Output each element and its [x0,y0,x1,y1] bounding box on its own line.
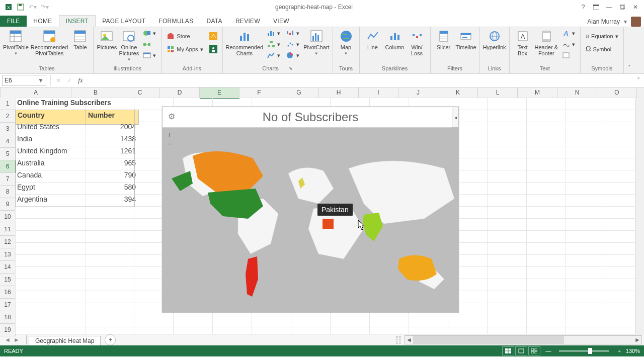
row-header-16[interactable]: 16 [0,286,16,299]
row-header-3[interactable]: 3 [0,123,16,135]
hierarchy-chart-button[interactable]: ▾ [265,39,282,49]
signature-button[interactable]: ▾ [560,39,577,49]
country-argentina[interactable] [246,256,258,297]
people-graph-button[interactable] [207,44,219,54]
column-header-G[interactable]: G [279,87,319,98]
wordart-button[interactable]: A▾ [560,28,577,38]
row-header-11[interactable]: 11 [0,223,16,236]
name-box[interactable]: E6▼ [2,75,46,86]
sheet-tab-active[interactable]: Geographic Heat Map [29,336,101,345]
row-header-9[interactable]: 9 [0,198,16,211]
tab-data[interactable]: DATA [200,16,228,27]
zoom-slider[interactable] [559,350,609,352]
row-header-1[interactable]: 1 [0,98,16,110]
pivotchart-button[interactable]: PivotChart▼ [303,28,329,56]
column-header-J[interactable]: J [398,87,438,98]
smartart-button[interactable] [141,39,158,49]
tab-home[interactable]: HOME [27,16,58,27]
row-header-10[interactable]: 10 [0,211,16,223]
sparkline-column-button[interactable]: Column [385,28,405,50]
avatar[interactable] [631,17,641,27]
bing-maps-button[interactable] [207,31,219,41]
world-map[interactable] [163,128,458,312]
prev-sheet-button[interactable]: ◄ [3,336,12,343]
sparkline-winloss-button[interactable]: Win/ Loss [407,28,427,56]
pie-chart-button[interactable]: ▾ [284,50,301,60]
timeline-button[interactable]: Timeline [456,28,476,50]
country-usa-alaska[interactable] [172,171,193,191]
tab-formulas[interactable]: FORMULAS [152,16,200,27]
row-header-5[interactable]: 5 [0,148,16,160]
recommended-pivottables-button[interactable]: Recommended PivotTables [31,28,68,56]
spreadsheet-grid[interactable]: ABCDEFGHIJKLMNO 123456789101112131415161… [0,87,644,334]
collapse-ribbon-button[interactable]: ˄ [624,27,635,73]
expand-formula-bar-button[interactable]: ˅ [633,77,644,84]
textbox-button[interactable]: AText Box [513,28,533,56]
column-header-N[interactable]: N [557,87,597,98]
table-button[interactable]: Table [70,28,90,50]
recommended-charts-button[interactable]: Recommended Charts [226,28,264,56]
cell-A9[interactable]: Argentina [15,194,90,208]
tab-page-layout[interactable]: PAGE LAYOUT [96,16,152,27]
zoom-out-button[interactable]: — [545,348,551,354]
symbol-button[interactable]: Ω Symbol [584,44,620,54]
column-header-O[interactable]: O [597,87,637,98]
column-header-F[interactable]: F [239,87,279,98]
row-header-12[interactable]: 12 [0,236,16,248]
row-header-7[interactable]: 7 [0,173,16,186]
country-india[interactable] [363,213,383,241]
zoom-in-button[interactable]: + [617,348,620,354]
slicer-button[interactable]: Slicer [434,28,454,50]
shapes-button[interactable]: ▾ [141,28,158,38]
header-footer-button[interactable]: Header & Footer [535,28,558,56]
my-apps-button[interactable]: My Apps ▾ [165,44,205,54]
country-egypt[interactable] [323,219,334,229]
close-button[interactable]: ✕ [630,2,641,12]
column-header-A[interactable]: A [1,87,71,98]
map-settings-button[interactable]: ⚙ [167,111,177,121]
tab-review[interactable]: REVIEW [229,16,267,27]
column-chart-button[interactable]: ▾ [265,28,282,38]
tab-insert[interactable]: INSERT [59,15,96,27]
new-sheet-button[interactable]: + [105,334,116,345]
column-header-L[interactable]: L [478,87,518,98]
row-header-19[interactable]: 19 [0,324,16,336]
geographic-heat-map-addin[interactable]: ⚙No of Subscribers◂+−Pakistan [162,107,459,313]
column-header-M[interactable]: M [518,87,557,98]
column-header-D[interactable]: D [160,87,200,98]
zoom-level[interactable]: 130% [626,348,640,354]
redo-button[interactable]: ↷▾ [39,2,50,13]
pivottable-button[interactable]: PivotTable▼ [3,28,29,56]
cell-B9[interactable]: 394 [86,194,138,208]
online-pictures-button[interactable]: Online Pictures▼ [119,28,139,62]
country-australia[interactable] [398,255,437,281]
object-button[interactable] [560,50,577,60]
row-header-15[interactable]: 15 [0,274,16,286]
minimize-button[interactable]: — [604,2,615,12]
next-sheet-button[interactable]: ► [12,336,21,343]
screenshot-button[interactable]: ▾ [141,50,158,60]
horizontal-scrollbar[interactable]: ◄► [405,335,642,344]
pictures-button[interactable]: Pictures [97,28,117,50]
page-layout-view-button[interactable] [515,346,527,355]
normal-view-button[interactable] [502,346,514,355]
equation-button[interactable]: π Equation ▾ [584,31,620,41]
column-header-B[interactable]: B [71,87,120,98]
formula-input[interactable] [86,75,633,85]
row-header-6[interactable]: 6 [0,160,16,173]
vertical-scrollbar[interactable] [635,87,644,334]
row-header-4[interactable]: 4 [0,135,16,148]
undo-button[interactable]: ↶▾ [27,2,38,13]
file-tab[interactable]: FILE [0,16,27,27]
ribbon-display-icon[interactable] [591,2,602,12]
map-zoom-in-button[interactable]: + [166,131,174,139]
map-button[interactable]: Map▼ [336,28,356,56]
help-button[interactable]: ? [578,2,589,12]
row-header-13[interactable]: 13 [0,248,16,261]
account-name[interactable]: Alan Murray [587,18,620,25]
row-header-17[interactable]: 17 [0,299,16,311]
column-header-C[interactable]: C [120,87,160,98]
cancel-formula-button[interactable]: ✕ [53,75,64,85]
row-header-14[interactable]: 14 [0,261,16,274]
row-header-18[interactable]: 18 [0,311,16,324]
